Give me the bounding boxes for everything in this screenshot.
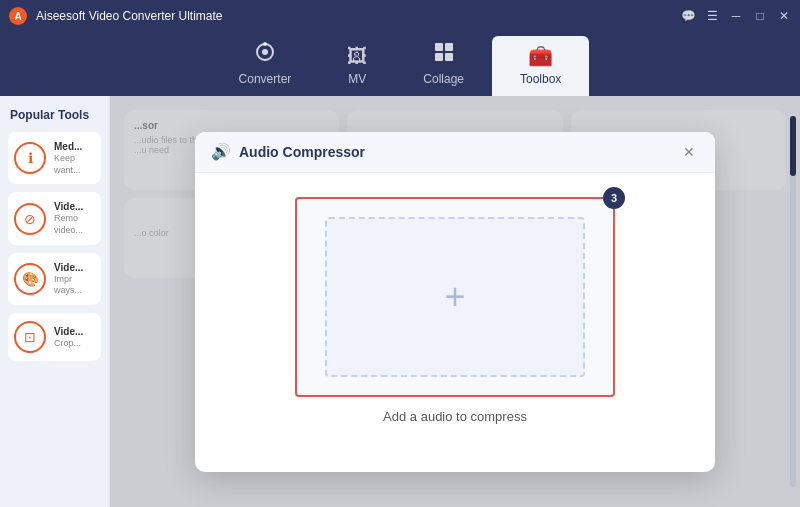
window-controls: 💬 ☰ ─ □ ✕ xyxy=(680,8,792,24)
tool-title-4: Vide... xyxy=(54,325,83,338)
modal-overlay: 🔊 Audio Compressor ✕ 3 + xyxy=(110,96,800,507)
svg-rect-7 xyxy=(435,53,443,61)
tab-converter-label: Converter xyxy=(239,72,292,86)
tool-title-2: Vide... xyxy=(54,200,83,213)
maximize-icon[interactable]: □ xyxy=(752,8,768,24)
crop-icon: ⊡ xyxy=(14,321,46,353)
tool-title-3: Vide... xyxy=(54,261,83,274)
close-icon[interactable]: ✕ xyxy=(776,8,792,24)
modal-header: 🔊 Audio Compressor ✕ xyxy=(195,132,715,173)
modal-close-button[interactable]: ✕ xyxy=(679,142,699,162)
svg-point-4 xyxy=(263,42,267,46)
app-logo: A xyxy=(8,6,28,26)
plus-icon: + xyxy=(444,279,465,315)
tool-desc-1: Keepwant... xyxy=(54,153,82,176)
audio-icon: 🔊 xyxy=(211,142,231,161)
svg-rect-8 xyxy=(445,53,453,61)
tab-toolbox-label: Toolbox xyxy=(520,72,561,86)
watermark-icon: ⊘ xyxy=(14,203,46,235)
menu-icon[interactable]: ☰ xyxy=(704,8,720,24)
svg-point-3 xyxy=(262,49,268,55)
tool-desc-2: Removideo... xyxy=(54,213,83,236)
info-icon: ℹ xyxy=(14,142,46,174)
drop-zone-label: Add a audio to compress xyxy=(383,409,527,424)
sidebar-item-video-crop[interactable]: ⊡ Vide... Crop... xyxy=(8,313,101,361)
content-area: ...sor ...udio files to the...u need ...… xyxy=(110,96,800,507)
tab-collage-label: Collage xyxy=(423,72,464,86)
toolbox-icon: 🧰 xyxy=(528,44,553,68)
modal-body: 3 + Add a audio to compress xyxy=(195,173,715,444)
svg-rect-5 xyxy=(435,43,443,51)
title-bar: A Aiseesoft Video Converter Ultimate 💬 ☰… xyxy=(0,0,800,32)
drop-zone[interactable]: + xyxy=(295,197,615,397)
tab-mv[interactable]: 🖼 MV xyxy=(319,37,395,96)
tool-title-1: Med... xyxy=(54,140,82,153)
tool-desc-4: Crop... xyxy=(54,338,83,350)
tab-mv-label: MV xyxy=(348,72,366,86)
palette-icon: 🎨 xyxy=(14,263,46,295)
sidebar-item-video-enhance[interactable]: 🎨 Vide... Imprways... xyxy=(8,253,101,305)
nav-tabs: Converter 🖼 MV Collage 🧰 Toolbox xyxy=(0,32,800,96)
modal-title: Audio Compressor xyxy=(239,144,671,160)
collage-icon xyxy=(433,41,455,68)
mv-icon: 🖼 xyxy=(347,45,367,68)
svg-text:A: A xyxy=(14,11,21,22)
app-title: Aiseesoft Video Converter Ultimate xyxy=(36,9,680,23)
sidebar-item-media-metadata[interactable]: ℹ Med... Keepwant... xyxy=(8,132,101,184)
audio-compressor-modal: 🔊 Audio Compressor ✕ 3 + xyxy=(195,132,715,472)
sidebar: Popular Tools ℹ Med... Keepwant... ⊘ Vid… xyxy=(0,96,110,507)
svg-rect-6 xyxy=(445,43,453,51)
sidebar-item-video-watermark[interactable]: ⊘ Vide... Removideo... xyxy=(8,192,101,244)
minimize-icon[interactable]: ─ xyxy=(728,8,744,24)
tab-collage[interactable]: Collage xyxy=(395,33,492,96)
drop-zone-wrapper: 3 + xyxy=(295,197,615,397)
sidebar-title: Popular Tools xyxy=(8,108,101,122)
drop-zone-inner: + xyxy=(325,217,585,377)
tab-toolbox[interactable]: 🧰 Toolbox xyxy=(492,36,589,96)
tool-desc-3: Imprways... xyxy=(54,274,83,297)
tab-converter[interactable]: Converter xyxy=(211,33,320,96)
chat-icon[interactable]: 💬 xyxy=(680,8,696,24)
file-count-badge: 3 xyxy=(603,187,625,209)
converter-icon xyxy=(254,41,276,68)
main-content: Popular Tools ℹ Med... Keepwant... ⊘ Vid… xyxy=(0,96,800,507)
